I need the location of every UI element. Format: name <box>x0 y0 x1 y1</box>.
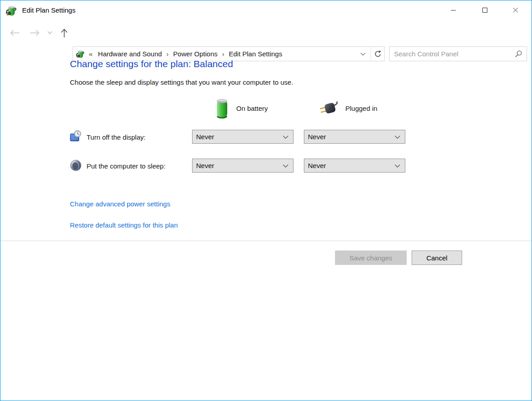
turn-off-display-plugged-in-dropdown[interactable]: Never <box>304 130 405 144</box>
maximize-icon <box>482 7 488 13</box>
change-advanced-power-settings-link[interactable]: Change advanced power settings <box>70 200 170 208</box>
back-button[interactable] <box>7 22 23 44</box>
display-clock-icon <box>69 130 82 142</box>
on-battery-column-header: On battery <box>236 105 268 112</box>
dropdown-selected-value: Never <box>304 162 394 169</box>
power-plan-icon <box>5 5 18 17</box>
page-subtitle: Choose the sleep and display settings th… <box>70 78 293 86</box>
chevron-down-icon <box>394 164 400 168</box>
turn-off-display-on-battery-dropdown[interactable]: Never <box>192 130 294 144</box>
breadcrumb-item-edit-plan-settings[interactable]: Edit Plan Settings <box>226 50 285 58</box>
chevron-down-icon <box>360 52 366 56</box>
recent-pages-dropdown-button[interactable] <box>45 22 55 44</box>
chevron-down-icon <box>394 135 400 139</box>
refresh-icon <box>374 50 382 58</box>
sleep-plugged-in-dropdown[interactable]: Never <box>304 159 405 173</box>
power-plan-icon <box>75 49 85 59</box>
dropdown-selected-value: Never <box>304 133 394 141</box>
breadcrumb-item-power-options[interactable]: Power Options <box>170 50 220 58</box>
cancel-button[interactable]: Cancel <box>412 251 462 265</box>
restore-default-settings-link[interactable]: Restore default settings for this plan <box>70 221 178 229</box>
breadcrumb-item-hardware-and-sound[interactable]: Hardware and Sound <box>95 50 165 58</box>
forward-button[interactable] <box>27 22 43 44</box>
chevron-down-icon <box>47 31 52 34</box>
breadcrumb-overflow-indicator[interactable]: « <box>89 50 92 58</box>
address-dropdown-button[interactable] <box>355 47 371 61</box>
chevron-down-icon <box>283 135 289 139</box>
search-input[interactable] <box>390 50 510 58</box>
navigation-bar: « Hardware and Sound › Power Options › E… <box>0 22 532 44</box>
forward-arrow-icon <box>29 29 40 36</box>
minimize-button[interactable] <box>438 0 468 19</box>
maximize-button[interactable] <box>469 0 500 19</box>
footer-separator <box>0 241 532 241</box>
close-icon <box>513 7 518 13</box>
up-button[interactable] <box>56 22 72 44</box>
battery-icon <box>215 97 229 119</box>
up-arrow-icon <box>60 28 68 38</box>
window-title: Edit Plan Settings <box>22 6 75 14</box>
minimize-icon <box>450 7 456 13</box>
breadcrumb-separator-icon[interactable]: › <box>220 50 226 58</box>
edit-plan-settings-window: Edit Plan Settings <box>0 0 532 401</box>
dropdown-selected-value: Never <box>193 133 283 141</box>
refresh-button[interactable] <box>371 47 384 61</box>
sleep-moon-icon <box>69 159 82 172</box>
chevron-down-icon <box>283 164 289 168</box>
turn-off-display-label: Turn off the display: <box>87 133 146 141</box>
close-button[interactable] <box>500 0 531 19</box>
put-computer-to-sleep-label: Put the computer to sleep: <box>87 162 165 170</box>
breadcrumb-separator-icon[interactable]: › <box>165 50 170 58</box>
save-changes-button[interactable]: Save changes <box>335 251 407 265</box>
search-box <box>389 46 527 61</box>
page-title: Change settings for the plan: Balanced <box>70 59 233 69</box>
plugged-in-column-header: Plugged in <box>345 105 377 112</box>
back-arrow-icon <box>9 29 20 36</box>
search-button[interactable] <box>510 47 527 61</box>
title-bar: Edit Plan Settings <box>0 0 532 22</box>
plug-icon <box>319 100 339 116</box>
search-icon <box>514 50 523 58</box>
dropdown-selected-value: Never <box>193 162 283 169</box>
sleep-on-battery-dropdown[interactable]: Never <box>192 159 294 173</box>
